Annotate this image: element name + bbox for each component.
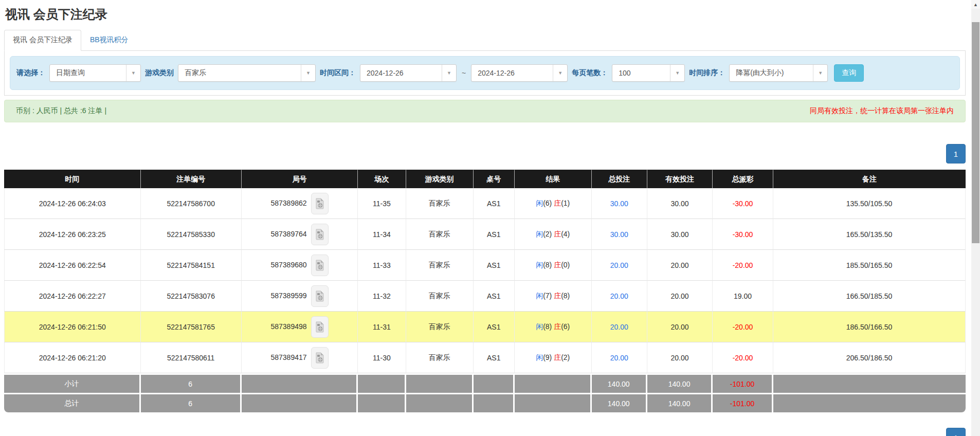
- cell-table-no: AS1: [474, 342, 515, 373]
- cell-session: 11-31: [358, 312, 406, 342]
- filter-bar: 请选择： 日期查询 ▼ 游戏类别 百家乐 ▼ 时间区间： 2024-12-26 …: [10, 56, 960, 90]
- column-header: 总派彩: [713, 170, 773, 188]
- result-player-count: (9): [543, 353, 552, 361]
- footer-empty: [474, 393, 515, 412]
- total-bet-link[interactable]: 30.00: [610, 199, 628, 208]
- result-player: 闲: [536, 199, 543, 207]
- cell-round: 587389599: [242, 281, 358, 312]
- video-replay-button[interactable]: [311, 316, 329, 338]
- sort-order-label: 时间排序：: [689, 68, 725, 78]
- total-bet-link[interactable]: 30.00: [610, 230, 628, 239]
- video-file-icon: [315, 290, 324, 302]
- total-bet-link[interactable]: 20.00: [610, 261, 628, 269]
- result-banker-count: (6): [561, 322, 570, 331]
- footer-empty: [242, 393, 358, 412]
- cell-remark: 165.50/135.50: [773, 219, 966, 250]
- search-button[interactable]: 查询: [834, 64, 864, 82]
- round-id: 587389599: [270, 291, 306, 299]
- same-round-notice: 同局有效投注，统一计算在该局第一张注单内: [810, 106, 954, 116]
- video-replay-button[interactable]: [311, 193, 329, 214]
- cell-valid-bet: 20.00: [647, 250, 713, 281]
- date-from-select[interactable]: 2024-12-26 ▼: [360, 64, 457, 82]
- cell-result: 闲(8) 庄(6): [515, 312, 592, 342]
- chevron-down-icon: ▼: [301, 65, 315, 81]
- video-replay-button[interactable]: [311, 285, 329, 307]
- total-bet-link[interactable]: 20.00: [610, 323, 628, 331]
- result-player-count: (7): [543, 292, 552, 300]
- table-row: 2024-12-26 06:24:03 522147586700 5873898…: [4, 188, 966, 219]
- query-type-value: 日期查询: [50, 65, 126, 81]
- cell-remark: 185.50/165.50: [773, 250, 966, 281]
- footer-total-bet: 140.00: [592, 373, 647, 393]
- date-to-select[interactable]: 2024-12-26 ▼: [471, 64, 568, 82]
- column-header: 有效投注: [647, 170, 713, 188]
- vertical-scrollbar[interactable]: ▲: [971, 0, 980, 436]
- table-footer-row: 小计 6 140.00 140.00 -101.00: [4, 373, 966, 393]
- cell-valid-bet: 30.00: [647, 188, 713, 219]
- column-header: 游戏类别: [406, 170, 474, 188]
- cell-result: 闲(6) 庄(1): [515, 188, 592, 219]
- cell-game-type: 百家乐: [406, 250, 474, 281]
- cell-total-bet: 20.00: [592, 250, 647, 281]
- table-row: 2024-12-26 06:22:27 522147583076 5873895…: [4, 281, 966, 312]
- tab-betting-records[interactable]: 视讯 会员下注纪录: [4, 30, 81, 51]
- total-bet-link[interactable]: 20.00: [610, 354, 628, 362]
- table-row: 2024-12-26 06:22:54 522147584151 5873896…: [4, 250, 966, 281]
- table-row: 2024-12-26 06:23:25 522147585330 5873897…: [4, 219, 966, 250]
- cell-payout: -20.00: [713, 250, 773, 281]
- result-banker: 庄: [554, 230, 561, 238]
- cell-game-type: 百家乐: [406, 219, 474, 250]
- cell-result: 闲(9) 庄(2): [515, 342, 592, 373]
- cell-remark: 166.50/185.50: [773, 281, 966, 312]
- cell-round: 587389764: [242, 219, 358, 250]
- cell-time: 2024-12-26 06:23:25: [4, 219, 141, 250]
- cell-remark: 206.50/186.50: [773, 342, 966, 373]
- video-file-icon: [315, 229, 324, 240]
- video-file-icon: [315, 260, 324, 271]
- video-file-icon: [315, 198, 324, 209]
- cell-result: 闲(2) 庄(4): [515, 219, 592, 250]
- result-banker: 庄: [554, 292, 561, 300]
- cell-total-bet: 20.00: [592, 281, 647, 312]
- total-bet-link[interactable]: 20.00: [610, 292, 628, 300]
- footer-empty: [242, 373, 358, 393]
- game-type-select[interactable]: 百家乐 ▼: [178, 64, 316, 82]
- tab-bb-video-points[interactable]: BB视讯积分: [81, 30, 137, 50]
- result-banker-count: (2): [561, 353, 570, 361]
- result-banker: 庄: [554, 199, 561, 207]
- column-header: 总投注: [592, 170, 647, 188]
- column-header: 结果: [515, 170, 592, 188]
- scrollbar-thumb[interactable]: [972, 22, 979, 243]
- footer-payout: -101.00: [713, 373, 773, 393]
- video-replay-button[interactable]: [311, 255, 329, 276]
- cell-remark: 186.50/166.50: [773, 312, 966, 342]
- page-size-label: 每页笔数：: [572, 68, 608, 78]
- chevron-down-icon: ▼: [553, 65, 567, 81]
- tab-bar: 视讯 会员下注纪录 BB视讯积分: [4, 30, 966, 51]
- footer-empty: [358, 373, 406, 393]
- chevron-down-icon: ▼: [442, 65, 456, 81]
- cell-bet-id: 522147580611: [141, 342, 242, 373]
- cell-result: 闲(7) 庄(8): [515, 281, 592, 312]
- sort-order-select[interactable]: 降冪(由大到小) ▼: [729, 64, 828, 82]
- game-type-value: 百家乐: [178, 65, 301, 81]
- result-player-count: (6): [543, 199, 552, 207]
- page-1-button[interactable]: 1: [946, 428, 966, 436]
- result-banker: 庄: [554, 353, 561, 361]
- scroll-up-arrow-icon[interactable]: ▲: [971, 0, 980, 9]
- result-player: 闲: [536, 292, 543, 300]
- page-size-select[interactable]: 100 ▼: [612, 64, 685, 82]
- video-replay-button[interactable]: [311, 347, 329, 369]
- cell-session: 11-30: [358, 342, 406, 373]
- cell-table-no: AS1: [474, 219, 515, 250]
- result-player: 闲: [536, 261, 543, 269]
- cell-game-type: 百家乐: [406, 342, 474, 373]
- video-replay-button[interactable]: [311, 224, 329, 245]
- cell-bet-id: 522147585330: [141, 219, 242, 250]
- cell-time: 2024-12-26 06:21:20: [4, 342, 141, 373]
- page-1-button[interactable]: 1: [946, 144, 966, 164]
- query-type-select[interactable]: 日期查询 ▼: [49, 64, 141, 82]
- chevron-down-icon: ▼: [670, 65, 684, 81]
- time-range-label: 时间区间：: [320, 68, 356, 78]
- cell-time: 2024-12-26 06:22:27: [4, 281, 141, 312]
